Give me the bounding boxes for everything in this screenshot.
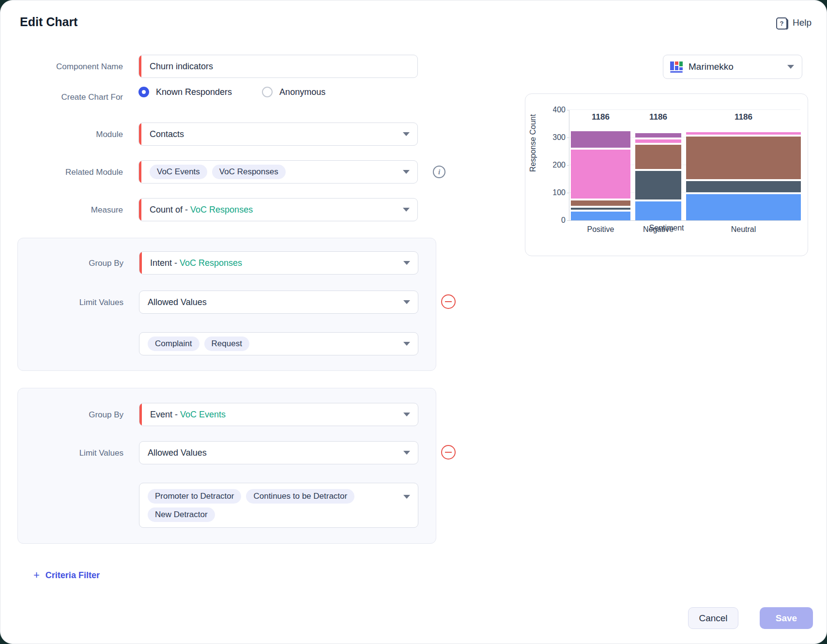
- limit-values-label: Limit Values: [1, 298, 123, 307]
- value-chip: Request: [204, 337, 249, 351]
- help-label: Help: [793, 17, 812, 28]
- chevron-down-icon: [403, 451, 410, 455]
- marimekko-column-positive: [571, 131, 630, 220]
- chevron-down-icon: [403, 132, 410, 136]
- value-chip: VoC Events: [150, 165, 207, 179]
- marimekko-column-neutral: [686, 132, 801, 220]
- group-section-1: Group By Intent - VoC Responses Limit Va…: [17, 238, 436, 371]
- remove-group-button-2[interactable]: [441, 445, 456, 460]
- info-icon[interactable]: i: [433, 166, 445, 178]
- y-tick-mark: [567, 165, 569, 166]
- group-by-select-2[interactable]: Event - VoC Events: [139, 403, 418, 426]
- y-tick-label: 300: [553, 133, 566, 142]
- marimekko-segment-purple: [635, 133, 681, 138]
- marimekko-segment-blue: [635, 201, 681, 220]
- chevron-down-icon: [403, 300, 410, 304]
- group-by-highlight: VoC Events: [180, 410, 226, 420]
- chevron-down-icon: [403, 413, 410, 416]
- limit-values-value: Allowed Values: [148, 297, 207, 307]
- marimekko-icon: [670, 61, 683, 73]
- chart-type-value: Marimekko: [689, 61, 734, 72]
- group-section-2: Group By Event - VoC Events Limit Values…: [17, 388, 436, 544]
- module-label: Module: [0, 130, 123, 139]
- column-total-label: 1186: [571, 112, 630, 122]
- measure-label: Measure: [0, 205, 123, 215]
- y-tick-mark: [567, 110, 569, 110]
- help-doc-question-icon: ?: [776, 16, 788, 29]
- chevron-down-icon: [403, 208, 410, 212]
- y-axis-title: Response Count: [529, 158, 537, 172]
- value-chip: Promoter to Detractor: [148, 489, 241, 504]
- limit-values-value: Allowed Values: [148, 448, 207, 458]
- cancel-button[interactable]: Cancel: [688, 607, 738, 629]
- gridline: [569, 109, 800, 110]
- marimekko-segment-slate: [635, 171, 681, 199]
- y-tick-mark: [567, 193, 569, 193]
- marimekko-segment-blue: [686, 194, 801, 220]
- value-chip: Complaint: [148, 337, 199, 351]
- limit-values-select-1[interactable]: Allowed Values: [139, 291, 418, 314]
- page-title: Edit Chart: [20, 15, 77, 29]
- marimekko-segment-slate: [571, 208, 630, 210]
- radio-selected[interactable]: [138, 87, 149, 97]
- marimekko-segment-brown: [571, 200, 630, 206]
- column-total-label: 1186: [635, 112, 681, 122]
- y-tick-mark: [567, 138, 569, 138]
- radio-unselected[interactable]: [262, 87, 273, 97]
- value-chip: New Detractor: [148, 507, 215, 522]
- component-name-input[interactable]: Churn indicators: [138, 55, 418, 78]
- chevron-down-icon: [403, 342, 410, 346]
- marimekko-segment-blue: [571, 212, 630, 220]
- related-module-label: Related Module: [0, 168, 123, 177]
- y-tick-label: 200: [553, 161, 566, 169]
- plus-icon: +: [33, 570, 40, 581]
- component-name-value: Churn indicators: [150, 61, 213, 72]
- create-chart-for-label: Create Chart For: [0, 92, 123, 102]
- help-button[interactable]: ? Help: [776, 16, 812, 29]
- marimekko-segment-pink: [635, 139, 681, 143]
- allowed-values-select-1[interactable]: ComplaintRequest: [139, 332, 418, 355]
- allowed-values-select-2[interactable]: Promoter to DetractorContinues to be Det…: [139, 483, 418, 528]
- marimekko-segment-brown: [686, 137, 801, 179]
- measure-prefix: Count of -: [150, 205, 188, 215]
- column-total-label: 1186: [686, 112, 801, 122]
- group-by-highlight: VoC Responses: [180, 258, 242, 268]
- limit-values-select-2[interactable]: Allowed Values: [139, 441, 418, 464]
- radio-label: Anonymous: [279, 87, 325, 97]
- value-chip: Continues to be Detractor: [246, 489, 354, 504]
- chart-preview-card: Response Count 01002003004001186Positive…: [525, 93, 808, 256]
- y-tick-label: 400: [553, 106, 566, 114]
- edit-chart-dialog: Edit Chart ? Help Component Name Churn i…: [0, 0, 827, 644]
- marimekko-segment-pink: [571, 150, 630, 199]
- module-select[interactable]: Contacts: [138, 123, 418, 146]
- marimekko-plot: 01002003004001186Positive1186Negative118…: [569, 110, 800, 221]
- group-by-label: Group By: [1, 259, 123, 268]
- limit-values-label: Limit Values: [1, 448, 123, 458]
- marimekko-segment-pink: [686, 132, 801, 135]
- add-criteria-filter-link[interactable]: + Criteria Filter: [33, 570, 100, 581]
- chevron-down-icon: [787, 65, 794, 69]
- component-name-label: Component Name: [0, 62, 123, 72]
- group-by-label: Group By: [1, 410, 123, 420]
- group-by-select-1[interactable]: Intent - VoC Responses: [139, 251, 418, 275]
- remove-group-button-1[interactable]: [441, 294, 456, 309]
- x-axis-title: Sentiment: [525, 224, 808, 232]
- create-chart-for-options: Known RespondersAnonymous: [138, 87, 349, 97]
- marimekko-segment-slate: [686, 181, 801, 192]
- measure-select[interactable]: Count of - VoC Responses: [138, 198, 418, 221]
- module-value: Contacts: [150, 129, 184, 139]
- marimekko-column-negative: [635, 133, 681, 220]
- value-chip: VoC Responses: [212, 165, 286, 179]
- y-tick-label: 100: [553, 188, 566, 197]
- criteria-filter-label: Criteria Filter: [46, 570, 100, 581]
- chart-type-select[interactable]: Marimekko: [663, 55, 802, 79]
- group-by-prefix: Intent -: [150, 258, 177, 268]
- chevron-down-icon: [403, 261, 410, 265]
- save-button[interactable]: Save: [760, 607, 813, 629]
- radio-label: Known Responders: [156, 87, 232, 97]
- y-tick-mark: [567, 220, 569, 221]
- marimekko-segment-purple: [571, 131, 630, 148]
- related-module-select[interactable]: VoC EventsVoC Responses: [138, 160, 418, 184]
- marimekko-segment-brown: [635, 145, 681, 169]
- group-by-prefix: Event -: [150, 410, 178, 420]
